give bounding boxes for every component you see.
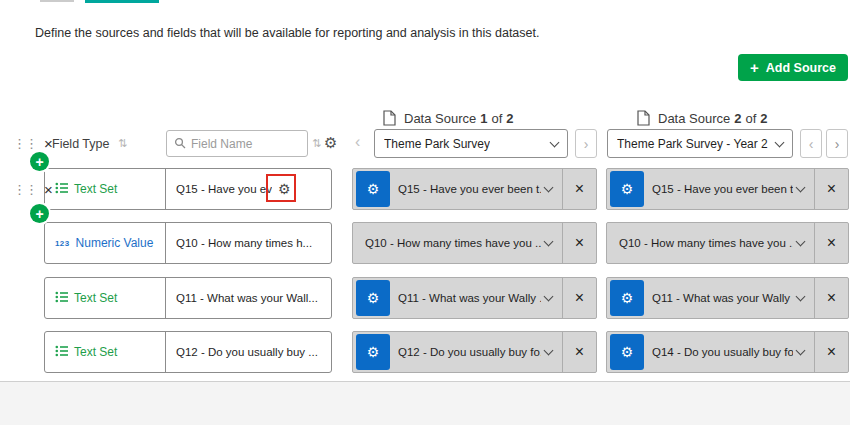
field-type-label: Text Set: [74, 291, 117, 305]
field-type-label: Text Set: [74, 345, 117, 359]
source-prev-icon[interactable]: ‹: [355, 133, 360, 151]
remove-row-icon[interactable]: ×: [44, 181, 53, 198]
remove-field-button[interactable]: ×: [815, 343, 848, 361]
insert-field-button[interactable]: +: [30, 204, 49, 223]
source-number: 1: [480, 111, 487, 126]
field-row[interactable]: Text Set Q11 - What was your Wall...: [44, 277, 332, 319]
remove-row-icon[interactable]: ×: [44, 135, 53, 152]
field-type-cell: Text Set: [45, 278, 165, 318]
source-field-select[interactable]: Q10 - How many times have you ...: [353, 223, 562, 263]
sources-scroll-prev-button[interactable]: ‹: [800, 129, 822, 158]
field-type-header: Field Type: [52, 137, 109, 151]
source-field-label: Q15 - Have you ever been t...: [398, 183, 541, 195]
source-field-select[interactable]: Q12 - Do you usually buy fo...: [390, 332, 562, 372]
source-field-row: ⚙ Q15 - Have you ever been t... ×: [606, 168, 849, 210]
source-field-row: ⚙ Q14 - Do you usually buy fo... ×: [606, 331, 849, 373]
remove-field-button[interactable]: ×: [815, 289, 848, 307]
close-icon: ×: [827, 343, 836, 360]
field-row[interactable]: Text Set Q12 - Do you usually buy ...: [44, 331, 332, 373]
recode-gear-button[interactable]: ⚙: [610, 334, 644, 370]
header-gear-icon[interactable]: ⚙: [324, 134, 337, 152]
field-name-text: Q10 - How many times h...: [176, 237, 312, 249]
field-name-cell: Q15 - Have you ever b ⚙: [165, 169, 331, 209]
source-2-selected-survey: Theme Park Survey - Year 2: [617, 137, 768, 151]
source-field-label: Q10 - How many times have you ...: [619, 237, 793, 249]
source-field-select[interactable]: Q14 - Do you usually buy fo...: [644, 332, 814, 372]
source-field-select[interactable]: Q11 - What was your Wally ...: [644, 278, 814, 318]
chevron-right-icon: ›: [584, 136, 589, 152]
document-icon: [383, 110, 396, 126]
field-name-cell: Q11 - What was your Wall...: [165, 278, 331, 318]
source-field-row: Q10 - How many times have you ... ×: [606, 222, 849, 264]
sort-icon[interactable]: ⇅: [312, 137, 321, 150]
source-field-row: ⚙ Q11 - What was your Wally ... ×: [352, 277, 597, 319]
recode-gear-button[interactable]: ⚙: [610, 171, 644, 207]
close-icon: ×: [575, 343, 584, 360]
source-field-label: Q12 - Do you usually buy fo...: [398, 346, 541, 358]
source-title-prefix: Data Source: [404, 111, 476, 126]
chevron-right-icon: ›: [835, 136, 840, 152]
text-set-icon: [55, 343, 68, 361]
sort-icon[interactable]: ⇅: [118, 137, 127, 150]
chevron-down-icon: [796, 292, 806, 302]
remove-field-button[interactable]: ×: [815, 234, 848, 252]
field-name-text: Q15 - Have you ever b: [176, 183, 272, 195]
gear-icon: ⚙: [367, 181, 380, 197]
source-field-select[interactable]: Q15 - Have you ever been t...: [644, 169, 814, 209]
remove-field-button[interactable]: ×: [563, 343, 596, 361]
close-icon: ×: [827, 234, 836, 251]
remove-field-button[interactable]: ×: [563, 234, 596, 252]
sources-scroll-next-button[interactable]: ›: [826, 129, 848, 158]
page-description: Define the sources and fields that will …: [35, 26, 539, 40]
source-title-prefix: Data Source: [658, 111, 730, 126]
field-name-search-input[interactable]: [191, 137, 283, 151]
gear-icon: ⚙: [621, 344, 634, 360]
chevron-down-icon: [796, 237, 806, 247]
source-field-label: Q11 - What was your Wally ...: [398, 292, 541, 304]
gear-icon: ⚙: [621, 290, 634, 306]
source-of: of: [492, 111, 503, 126]
search-icon: [174, 135, 186, 153]
drag-handle-icon[interactable]: ⋮⋮: [13, 136, 37, 151]
source-field-label: Q10 - How many times have you ...: [365, 237, 541, 249]
close-icon: ×: [827, 289, 836, 306]
field-row[interactable]: 123 Numeric Value Q10 - How many times h…: [44, 222, 332, 264]
field-type-cell: Text Set: [45, 332, 165, 372]
text-set-icon: [55, 289, 68, 307]
field-name-text: Q11 - What was your Wall...: [176, 292, 318, 304]
remove-field-button[interactable]: ×: [563, 289, 596, 307]
remove-field-button[interactable]: ×: [563, 180, 596, 198]
field-type-label: Text Set: [74, 182, 117, 196]
field-type-cell: 123 Numeric Value: [45, 223, 165, 263]
add-source-button[interactable]: + Add Source: [738, 54, 848, 81]
row-controls: ⋮⋮ ×: [13, 135, 53, 152]
gear-icon: ⚙: [367, 290, 380, 306]
plus-icon: +: [35, 206, 43, 222]
tab-fragment: [40, 0, 74, 2]
source-next-button[interactable]: ›: [575, 129, 597, 158]
plus-icon: +: [35, 154, 43, 170]
source-total: 2: [760, 111, 767, 126]
close-icon: ×: [575, 234, 584, 251]
drag-handle-icon[interactable]: ⋮⋮: [13, 182, 37, 197]
source-total: 2: [506, 111, 513, 126]
chevron-down-icon: [550, 137, 560, 147]
source-field-select[interactable]: Q11 - What was your Wally ...: [390, 278, 562, 318]
source-1-survey-select[interactable]: Theme Park Survey: [374, 129, 568, 158]
recode-gear-button[interactable]: ⚙: [356, 280, 390, 316]
bottom-toolbar: + Add Field + Add Field Group Page Size:…: [0, 381, 850, 425]
recode-gear-button[interactable]: ⚙: [356, 171, 390, 207]
field-name-search[interactable]: [166, 130, 308, 157]
recode-gear-button[interactable]: ⚙: [356, 334, 390, 370]
recode-gear-button[interactable]: ⚙: [610, 280, 644, 316]
insert-field-button[interactable]: +: [30, 152, 49, 171]
source-field-label: Q14 - Do you usually buy fo...: [652, 346, 793, 358]
chevron-left-icon: ‹: [809, 136, 814, 152]
remove-field-button[interactable]: ×: [815, 180, 848, 198]
source-2-survey-select[interactable]: Theme Park Survey - Year 2: [607, 129, 793, 158]
source-field-select[interactable]: Q10 - How many times have you ...: [607, 223, 814, 263]
row-controls: ⋮⋮ ×: [13, 181, 53, 198]
field-type-cell: Text Set: [45, 169, 165, 209]
source-field-select[interactable]: Q15 - Have you ever been t...: [390, 169, 562, 209]
source-field-label: Q11 - What was your Wally ...: [652, 292, 793, 304]
